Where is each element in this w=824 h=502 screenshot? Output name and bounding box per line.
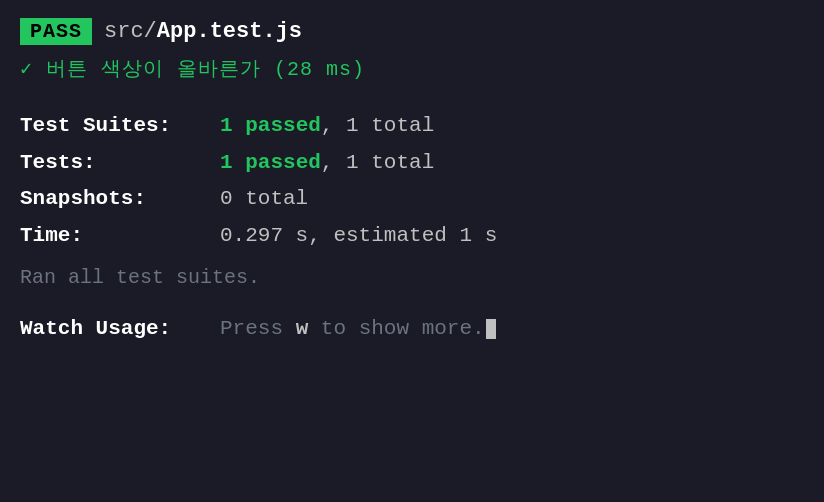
watch-label: Watch Usage: [20, 317, 220, 340]
stat-value-suites: 1 passed, 1 total [220, 110, 434, 143]
file-path: src/App.test.js [104, 19, 302, 44]
watch-key-w: w [296, 317, 309, 340]
file-path-prefix: src/ [104, 19, 157, 44]
stat-row-snapshots: Snapshots: 0 total [20, 183, 804, 216]
stat-label-snapshots: Snapshots: [20, 183, 220, 216]
stat-row-tests: Tests: 1 passed, 1 total [20, 147, 804, 180]
tests-passed-word: passed [245, 151, 321, 174]
suites-passed-count: 1 [220, 114, 245, 137]
tests-passed-count: 1 [220, 151, 245, 174]
stat-value-time: 0.297 s, estimated 1 s [220, 220, 497, 253]
suites-passed-word: passed [245, 114, 321, 137]
stats-section: Test Suites: 1 passed, 1 total Tests: 1 … [20, 110, 804, 252]
header-line: PASS src/App.test.js [20, 18, 804, 45]
tests-total: , 1 total [321, 151, 434, 174]
file-name: App.test.js [157, 19, 302, 44]
stat-value-snapshots: 0 total [220, 183, 308, 216]
ran-line: Ran all test suites. [20, 266, 804, 289]
cursor [486, 319, 496, 339]
stat-label-suites: Test Suites: [20, 110, 220, 143]
watch-line: Watch Usage: Press w to show more. [20, 317, 804, 340]
watch-value: Press w to show more. [220, 317, 496, 340]
suites-total: , 1 total [321, 114, 434, 137]
pass-badge: PASS [20, 18, 92, 45]
terminal-window: PASS src/App.test.js ✓ 버튼 색상이 올바른가 (28 m… [0, 0, 824, 502]
stat-value-tests: 1 passed, 1 total [220, 147, 434, 180]
stat-row-suites: Test Suites: 1 passed, 1 total [20, 110, 804, 143]
stat-label-tests: Tests: [20, 147, 220, 180]
stat-row-time: Time: 0.297 s, estimated 1 s [20, 220, 804, 253]
stat-label-time: Time: [20, 220, 220, 253]
test-name: ✓ 버튼 색상이 올바른가 (28 ms) [20, 55, 804, 82]
